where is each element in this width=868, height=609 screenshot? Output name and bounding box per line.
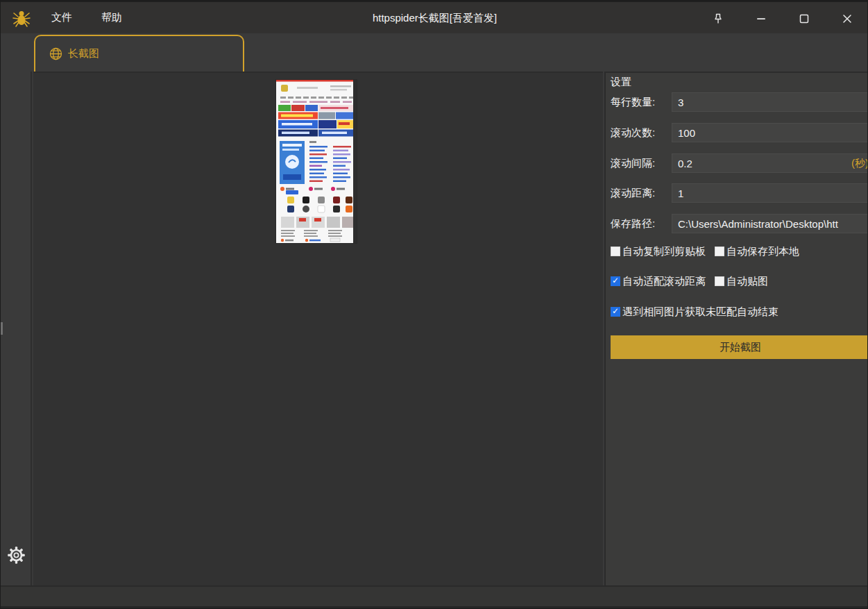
stop-on-duplicate-label[interactable]: 遇到相同图片获取未匹配自动结束 bbox=[622, 306, 778, 319]
scroll-distance-input[interactable] bbox=[672, 183, 868, 203]
bottom-status-bar bbox=[1, 585, 868, 609]
scroll-count-label: 滚动次数: bbox=[611, 126, 655, 140]
scroll-count-input[interactable] bbox=[672, 123, 868, 142]
capture-preview-area bbox=[33, 72, 603, 585]
settings-header: 设置 bbox=[611, 76, 631, 89]
close-icon bbox=[841, 12, 853, 25]
close-button[interactable] bbox=[826, 2, 868, 35]
auto-copy-clipboard-checkbox[interactable]: ✓ bbox=[611, 247, 620, 256]
checkbox-row-1: ✓ 自动复制到剪贴板 ✓ 自动保存到本地 bbox=[611, 245, 799, 258]
maximize-icon bbox=[798, 12, 810, 25]
field-row-scroll-distance: 滚动距离: bbox=[611, 183, 868, 203]
scroll-interval-label: 滚动间隔: bbox=[611, 157, 655, 170]
auto-save-local-checkbox[interactable]: ✓ bbox=[715, 247, 724, 256]
field-row-per-line-count: 每行数量: bbox=[611, 92, 868, 112]
auto-paste-image-checkbox[interactable]: ✓ bbox=[715, 276, 724, 286]
title-bar: 文件 帮助 httpspider长截图[吾爱首发] bbox=[1, 1, 868, 33]
auto-save-local-label[interactable]: 自动保存到本地 bbox=[726, 245, 799, 258]
tab-strip: 长截图 bbox=[1, 33, 868, 72]
auto-paste-image-label[interactable]: 自动贴图 bbox=[726, 275, 768, 288]
checkbox-row-2: ✓ 自动适配滚动距离 ✓ 自动贴图 bbox=[611, 275, 768, 287]
stop-on-duplicate-checkbox[interactable]: ✓ bbox=[611, 307, 620, 317]
pin-icon bbox=[712, 12, 724, 25]
window-controls bbox=[697, 2, 868, 35]
per-line-count-label: 每行数量: bbox=[611, 96, 655, 109]
auto-fit-scroll-distance-label[interactable]: 自动适配滚动距离 bbox=[622, 275, 706, 288]
settings-gear-icon[interactable]: (function(){ var t=document.getElementBy… bbox=[8, 547, 25, 564]
minimize-icon bbox=[755, 12, 767, 25]
settings-panel: 设置 每行数量: 滚动次数: 滚动间隔: (秒) 滚动距离: 保存路径: ✓ 自… bbox=[604, 72, 868, 585]
menu-file[interactable]: 文件 bbox=[42, 7, 82, 28]
save-path-input[interactable] bbox=[672, 214, 868, 233]
auto-copy-clipboard-label[interactable]: 自动复制到剪贴板 bbox=[622, 245, 706, 258]
scrollbar-thumb[interactable] bbox=[1, 322, 3, 335]
app-window: 文件 帮助 httpspider长截图[吾爱首发] bbox=[0, 0, 868, 609]
capture-preview-thumbnail[interactable] bbox=[276, 80, 357, 243]
auto-fit-scroll-distance-checkbox[interactable]: ✓ bbox=[611, 276, 620, 286]
scroll-distance-label: 滚动距离: bbox=[611, 187, 655, 200]
seconds-unit-label: (秒) bbox=[851, 157, 868, 170]
field-row-scroll-count: 滚动次数: bbox=[611, 123, 868, 142]
tab-label: 长截图 bbox=[68, 47, 99, 60]
save-path-label: 保存路径: bbox=[611, 217, 655, 231]
start-capture-button[interactable]: 开始截图 bbox=[611, 335, 868, 359]
menu-help[interactable]: 帮助 bbox=[92, 7, 132, 28]
tab-long-screenshot[interactable]: 长截图 bbox=[34, 35, 244, 72]
webpage-thumbnail-graphic bbox=[276, 80, 357, 243]
maximize-button[interactable] bbox=[783, 2, 826, 35]
minimize-button[interactable] bbox=[740, 2, 783, 35]
scroll-interval-input[interactable] bbox=[672, 153, 868, 173]
spider-logo-icon bbox=[11, 8, 32, 28]
field-row-scroll-interval: 滚动间隔: (秒) bbox=[611, 153, 868, 173]
checkbox-row-3: ✓ 遇到相同图片获取未匹配自动结束 bbox=[611, 306, 778, 318]
globe-icon bbox=[49, 47, 62, 60]
per-line-count-input[interactable] bbox=[672, 92, 868, 112]
left-sidebar: (function(){ var t=document.getElementBy… bbox=[1, 72, 32, 585]
field-row-save-path: 保存路径: bbox=[611, 214, 868, 233]
pin-button[interactable] bbox=[697, 2, 740, 35]
